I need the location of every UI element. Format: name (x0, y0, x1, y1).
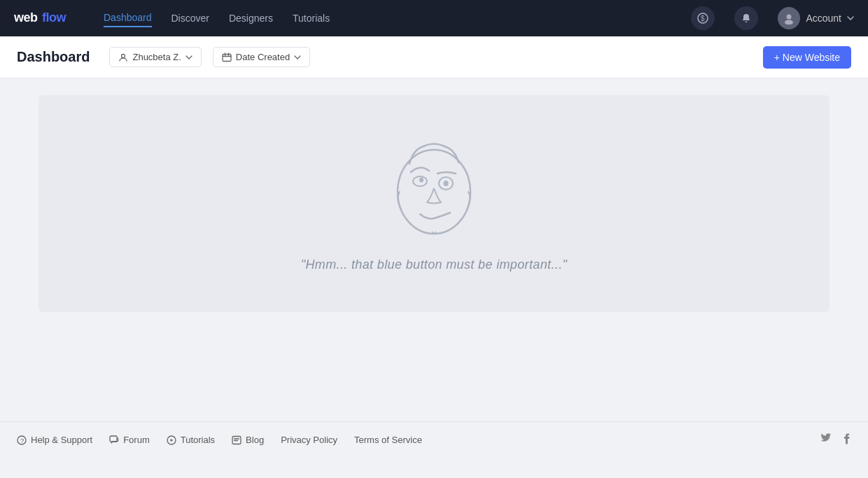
nav-dashboard[interactable]: Dashboard (104, 9, 152, 27)
footer-terms[interactable]: Terms of Service (354, 435, 422, 445)
troll-face-image (388, 136, 479, 241)
nav-designers[interactable]: Designers (229, 10, 273, 27)
date-filter-chevron (294, 55, 301, 59)
user-filter-button[interactable]: Zhucbeta Z. (109, 47, 201, 67)
social-links (820, 433, 851, 447)
header-bar: Dashboard Zhucbeta Z. Date Created + New… (0, 36, 868, 78)
new-website-button[interactable]: + New Website (763, 46, 851, 69)
page-title: Dashboard (17, 49, 90, 65)
footer-forum[interactable]: Forum (109, 435, 150, 445)
user-filter-icon (118, 52, 128, 62)
footer-tutorials[interactable]: Tutorials (167, 435, 215, 445)
account-menu[interactable]: Account (778, 7, 854, 29)
date-filter-label: Date Created (236, 52, 290, 62)
chevron-down-icon (847, 16, 854, 20)
date-filter-button[interactable]: Date Created (213, 47, 310, 67)
account-label: Account (806, 13, 841, 24)
empty-message: "Hmm... that blue button must be importa… (301, 258, 568, 272)
forum-icon (109, 435, 119, 445)
nav-discover[interactable]: Discover (172, 10, 209, 27)
footer-privacy[interactable]: Privacy Policy (281, 435, 337, 445)
notification-bell-button[interactable] (734, 6, 758, 30)
main-nav: web flow Dashboard Discover Designers Tu… (0, 0, 868, 36)
facebook-icon[interactable] (841, 433, 851, 447)
blog-icon (232, 435, 241, 445)
footer-blog[interactable]: Blog (232, 435, 264, 445)
empty-state-container: "Hmm... that blue button must be importa… (38, 95, 830, 312)
user-filter-label: Zhucbeta Z. (132, 52, 181, 62)
help-icon: ? (17, 435, 27, 445)
svg-point-12 (444, 181, 449, 186)
page-footer: ? Help & Support Forum Tutorials Blog Pr… (0, 421, 868, 458)
svg-rect-7 (223, 54, 231, 61)
svg-text:$: $ (701, 15, 705, 22)
main-content: "Hmm... that blue button must be importa… (0, 78, 868, 421)
svg-point-5 (785, 20, 793, 25)
tutorials-icon (167, 435, 176, 445)
footer-help-support[interactable]: ? Help & Support (17, 435, 92, 445)
svg-point-6 (122, 54, 125, 57)
svg-point-11 (419, 177, 424, 182)
twitter-icon[interactable] (820, 433, 832, 447)
svg-point-8 (398, 150, 470, 234)
svg-rect-15 (110, 436, 117, 442)
svg-point-4 (787, 15, 792, 20)
user-filter-chevron (186, 55, 192, 59)
avatar (778, 7, 800, 29)
dollar-icon-button[interactable]: $ (691, 6, 715, 30)
svg-text:flow: flow (42, 10, 66, 24)
calendar-icon (222, 52, 232, 62)
logo[interactable]: web flow (14, 9, 77, 28)
svg-text:?: ? (20, 437, 24, 444)
nav-tutorials[interactable]: Tutorials (293, 10, 330, 27)
svg-text:web: web (14, 10, 38, 24)
